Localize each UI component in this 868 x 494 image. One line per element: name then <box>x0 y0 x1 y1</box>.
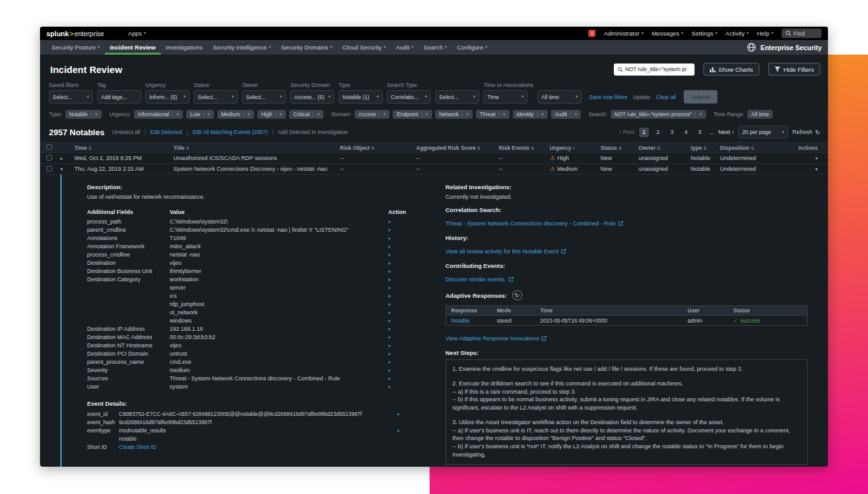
column-header-risk-object[interactable]: Risk Object⇅ <box>340 145 416 151</box>
per-page-select[interactable]: 20 per page ▾ <box>738 126 788 138</box>
pagination-next[interactable]: Next › <box>719 129 735 135</box>
row-checkbox[interactable] <box>46 155 52 161</box>
remove-tag-icon[interactable]: × <box>462 111 469 117</box>
field-action-menu[interactable]: ▾ <box>388 317 410 325</box>
field-action-menu[interactable]: ▾ <box>388 309 410 317</box>
administrator-menu[interactable]: Administrator ▾ <box>604 30 643 37</box>
field-action-menu[interactable]: ▾ <box>388 333 410 342</box>
alert-badge[interactable]: ! <box>588 30 595 37</box>
nav-cloud-security[interactable]: Cloud Security ▾ <box>337 40 391 55</box>
column-header-status[interactable]: Status⇅ <box>600 145 639 151</box>
remove-tag-icon[interactable]: × <box>421 111 428 117</box>
sort-icon[interactable]: ⇅ <box>618 146 622 150</box>
field-action-menu[interactable]: ▾ <box>388 383 410 391</box>
nav-configure[interactable]: Configure ▾ <box>452 40 492 55</box>
field-action-menu[interactable]: ▾ <box>388 251 410 259</box>
field-action-menu[interactable]: ▾ <box>388 358 410 366</box>
submit-button[interactable]: Submit <box>684 90 718 103</box>
correlation-search-link[interactable]: Threat - System Network Connections disc… <box>445 220 623 227</box>
remove-tag-icon[interactable]: × <box>91 111 98 117</box>
collapse-row-icon[interactable]: ▾ <box>60 166 63 172</box>
row-actions-menu[interactable]: ▾ <box>815 156 818 161</box>
field-action-menu[interactable]: ▾ <box>388 234 410 243</box>
field-action-menu[interactable]: ▾ <box>388 218 410 226</box>
remove-tag-icon[interactable]: × <box>243 111 250 117</box>
field-action-menu[interactable]: ▾ <box>388 325 410 333</box>
discover-similar-events-link[interactable]: Discover similar events. <box>445 276 513 283</box>
filter-field-select[interactable]: Inform... (5) ▾ <box>146 90 189 103</box>
view-adaptive-invocations-link[interactable]: View Adaptive Response Invocations <box>445 335 546 342</box>
sort-icon[interactable]: ⇅ <box>531 146 534 150</box>
remove-tag-icon[interactable]: × <box>313 111 320 117</box>
nav-audit[interactable]: Audit ▾ <box>391 40 419 55</box>
refresh-button[interactable]: Refresh ↻ <box>792 129 820 136</box>
edit-all-matching-link[interactable]: Edit All Matching Events (2957) <box>193 129 268 135</box>
save-new-filters-link[interactable]: Save new filters <box>589 94 627 100</box>
field-action-menu[interactable]: ▾ <box>388 243 410 251</box>
nav-investigations[interactable]: Investigations <box>161 40 208 55</box>
create-short-id-link[interactable]: Create Short ID <box>119 444 156 450</box>
remove-tag-icon[interactable]: × <box>379 111 386 117</box>
filter-field-select[interactable]: Select... ▾ <box>49 90 93 103</box>
filter-field-select[interactable]: Notable (1) ▾ <box>339 90 383 103</box>
pagination-page-4[interactable]: 4 <box>681 128 691 137</box>
column-header-aggregated-risk-score[interactable]: Aggregated Risk Score⇅ <box>416 145 499 151</box>
sort-icon[interactable]: ⇅ <box>88 146 92 150</box>
find-search[interactable] <box>782 29 822 38</box>
column-header-owner[interactable]: Owner⇅ <box>639 145 691 151</box>
select-all-checkbox[interactable] <box>46 144 52 150</box>
sort-icon[interactable]: ⇅ <box>477 146 481 150</box>
row-checkbox[interactable] <box>46 166 52 171</box>
clear-all-link[interactable]: Clear all <box>656 94 676 100</box>
settings-menu[interactable]: Settings ▾ <box>691 30 717 37</box>
remove-tag-icon[interactable]: × <box>695 111 702 117</box>
remove-tag-icon[interactable]: × <box>203 111 210 117</box>
sort-icon[interactable]: ⇅ <box>186 146 189 150</box>
activity-menu[interactable]: Activity ▾ <box>726 30 749 37</box>
remove-tag-icon[interactable]: × <box>499 111 506 117</box>
column-header-time[interactable]: Time⇅ <box>74 145 173 151</box>
notable-row[interactable]: ▸ Wed, Oct 2, 2019 8:25 PM Unauthorized … <box>40 153 828 164</box>
filter-field-select[interactable]: All time ▾ <box>538 90 581 103</box>
filter-field-select[interactable]: Access... (6) ▾ <box>290 90 334 103</box>
sort-icon[interactable]: ⇅ <box>371 146 375 150</box>
update-link[interactable]: Update <box>633 94 650 100</box>
add-to-investigation-link[interactable]: Add Selected to Investigation <box>278 129 348 135</box>
apps-menu[interactable]: Apps ▾ <box>128 30 146 37</box>
incident-search-input[interactable] <box>625 66 691 72</box>
pagination-page-2[interactable]: 2 <box>653 128 663 137</box>
sort-icon[interactable]: ⇅ <box>750 146 754 150</box>
notable-row-expanded[interactable]: ▾ Thu, Aug 22, 2019 2:15 AM System Netwo… <box>40 164 828 175</box>
column-header-disposition[interactable]: Disposition⇅ <box>720 145 783 151</box>
nav-search[interactable]: Search ▾ <box>419 40 452 55</box>
field-action-menu[interactable]: ▾ <box>388 292 410 300</box>
field-action-menu[interactable]: ▾ <box>388 350 410 358</box>
field-action-menu[interactable]: ▾ <box>388 267 410 276</box>
sort-icon[interactable]: ⇅ <box>656 146 660 150</box>
sort-icon[interactable]: ⇅ <box>703 146 707 150</box>
field-action-menu[interactable]: ▾ <box>388 259 410 267</box>
expand-row-icon[interactable]: ▸ <box>60 156 63 161</box>
help-menu[interactable]: Help ▾ <box>757 30 773 37</box>
nav-incident-review[interactable]: Incident Review <box>105 40 161 55</box>
row-actions-menu[interactable]: ▾ <box>815 166 818 172</box>
history-link[interactable]: View all review activity for this Notabl… <box>445 248 566 255</box>
column-header-type[interactable]: type⇅ <box>691 145 720 151</box>
messages-menu[interactable]: Messages ▾ <box>652 30 684 37</box>
nav-security-intelligence[interactable]: Security Intelligence ▾ <box>208 40 276 55</box>
field-action-menu[interactable]: ▾ <box>388 366 410 375</box>
field-action-menu[interactable]: ▾ <box>388 342 410 350</box>
filter-field-select[interactable]: Select... ▾ <box>435 90 479 103</box>
sort-desc-icon[interactable]: ↓ <box>573 145 575 150</box>
filter-field-select[interactable]: Select... ▾ <box>194 90 238 103</box>
show-charts-button[interactable]: Show Charts <box>703 63 759 76</box>
unselect-all-link[interactable]: Unselect all <box>112 129 140 135</box>
refresh-adaptive-responses-button[interactable]: ↻ <box>512 290 522 300</box>
column-header-urgency[interactable]: Urgency↓ <box>550 145 600 151</box>
edit-selected-link[interactable]: Edit Selected <box>151 129 182 135</box>
filter-field-select[interactable]: Select... ▾ <box>242 90 286 103</box>
remove-tag-icon[interactable]: × <box>275 111 282 117</box>
nav-security-domains[interactable]: Security Domains ▾ <box>276 40 337 55</box>
remove-tag-icon[interactable]: × <box>172 111 179 117</box>
filter-field-select[interactable]: Time ▾ <box>484 90 527 103</box>
